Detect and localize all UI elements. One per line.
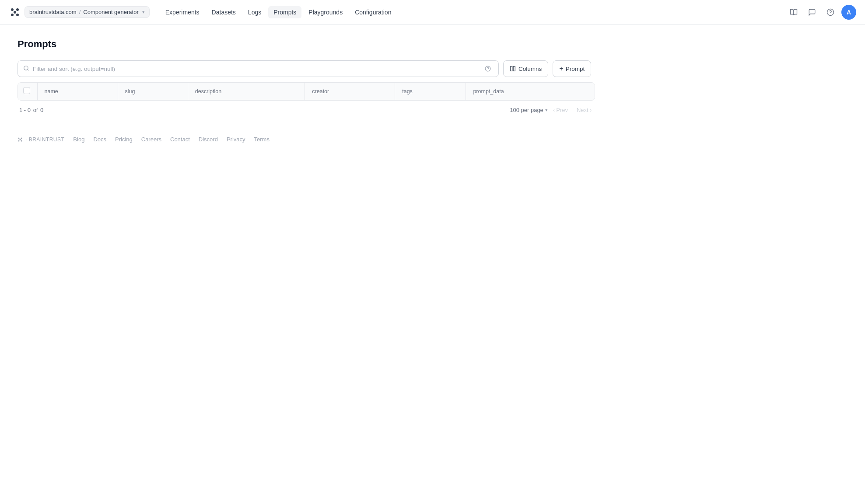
nav-item-experiments[interactable]: Experiments [160, 6, 205, 18]
col-creator[interactable]: creator [305, 83, 395, 100]
footer-logo-icon [18, 137, 23, 142]
pagination-range: 1 - 0 of 0 [19, 107, 43, 113]
pagination-total: 0 [40, 107, 43, 113]
svg-line-8 [28, 69, 29, 70]
pagination-range-text: 1 - 0 [19, 107, 31, 113]
footer-logo: · BRAINTRUST [18, 136, 64, 143]
page-title: Prompts [18, 38, 595, 50]
per-page-label: 100 per page [510, 107, 543, 113]
filter-help-icon[interactable] [483, 63, 493, 74]
prev-page-button[interactable]: ‹ Prev [550, 105, 571, 115]
svg-point-15 [18, 140, 20, 141]
chat-icon-button[interactable] [805, 5, 819, 20]
footer-link-docs[interactable]: Docs [93, 136, 106, 143]
navbar: braintrustdata.com / Component generator… [0, 0, 865, 24]
nav-item-logs[interactable]: Logs [243, 6, 266, 18]
next-page-button[interactable]: Next › [573, 105, 595, 115]
svg-point-1 [16, 8, 19, 11]
add-prompt-plus-icon: + [559, 65, 563, 72]
nav-item-datasets[interactable]: Datasets [207, 6, 241, 18]
svg-point-7 [24, 66, 28, 70]
footer-link-terms[interactable]: Terms [254, 136, 270, 143]
select-all-column [18, 83, 37, 100]
navbar-nav: Experiments Datasets Logs Prompts Playgr… [160, 6, 786, 18]
nav-item-prompts[interactable]: Prompts [268, 6, 301, 18]
search-icon [23, 65, 29, 73]
breadcrumb-separator: / [79, 9, 81, 15]
nav-item-playgrounds[interactable]: Playgrounds [303, 6, 348, 18]
toolbar: Columns + Prompt [18, 60, 595, 77]
prev-label: Prev [556, 107, 568, 113]
add-prompt-label: Prompt [566, 66, 585, 72]
svg-point-17 [20, 139, 21, 140]
prompts-table: name slug description creator tags promp… [18, 83, 595, 100]
footer-link-careers[interactable]: Careers [141, 136, 161, 143]
next-label: Next [577, 107, 588, 113]
svg-point-2 [11, 14, 14, 16]
avatar[interactable]: A [841, 5, 856, 20]
footer-link-blog[interactable]: Blog [73, 136, 84, 143]
footer-brand-name: · BRAINTRUST [25, 136, 64, 143]
svg-point-14 [21, 137, 22, 139]
per-page-chevron-icon: ▾ [545, 107, 548, 113]
pagination-row: 1 - 0 of 0 100 per page ▾ ‹ Prev Next › [18, 101, 595, 115]
search-container [18, 60, 499, 77]
breadcrumb[interactable]: braintrustdata.com / Component generator… [25, 6, 150, 18]
footer-link-pricing[interactable]: Pricing [115, 136, 133, 143]
columns-button[interactable]: Columns [503, 60, 548, 77]
footer: · BRAINTRUST Blog Docs Pricing Careers C… [18, 129, 595, 150]
col-tags[interactable]: tags [395, 83, 466, 100]
main-content: Prompts Colum [0, 24, 613, 164]
footer-link-discord[interactable]: Discord [199, 136, 218, 143]
col-name[interactable]: name [37, 83, 118, 100]
pagination-controls: 100 per page ▾ ‹ Prev Next › [510, 105, 595, 115]
svg-point-0 [11, 8, 14, 11]
chat-icon [808, 8, 816, 16]
select-all-checkbox[interactable] [23, 87, 30, 94]
col-prompt-data[interactable]: prompt_data [466, 83, 595, 100]
breadcrumb-chevron-icon: ▾ [142, 9, 145, 15]
svg-point-16 [21, 140, 22, 141]
search-input[interactable] [33, 66, 481, 72]
svg-point-5 [827, 9, 834, 15]
braintrust-logo-icon [9, 6, 21, 18]
pagination-of: of [33, 107, 38, 113]
nav-item-configuration[interactable]: Configuration [350, 6, 396, 18]
book-icon [790, 8, 798, 16]
breadcrumb-project: Component generator [83, 9, 138, 15]
footer-link-contact[interactable]: Contact [170, 136, 190, 143]
navbar-actions: A [786, 5, 856, 20]
svg-point-4 [14, 11, 16, 14]
help-circle-icon [826, 8, 834, 16]
svg-point-3 [16, 14, 19, 16]
svg-point-13 [18, 137, 20, 139]
table-container: name slug description creator tags promp… [18, 82, 595, 101]
add-prompt-button[interactable]: + Prompt [553, 60, 591, 77]
per-page-selector[interactable]: 100 per page ▾ [510, 107, 548, 113]
logo[interactable] [9, 6, 21, 18]
col-description[interactable]: description [188, 83, 305, 100]
book-icon-button[interactable] [786, 5, 801, 20]
columns-label: Columns [518, 66, 542, 72]
col-slug[interactable]: slug [118, 83, 188, 100]
breadcrumb-org: braintrustdata.com [29, 9, 77, 15]
next-chevron-icon: › [590, 107, 592, 113]
svg-rect-12 [513, 66, 515, 71]
columns-icon [510, 66, 516, 72]
footer-link-privacy[interactable]: Privacy [227, 136, 245, 143]
table-header-row: name slug description creator tags promp… [18, 83, 595, 100]
help-icon-button[interactable] [823, 5, 838, 20]
prev-chevron-icon: ‹ [553, 107, 555, 113]
svg-rect-11 [511, 66, 512, 71]
